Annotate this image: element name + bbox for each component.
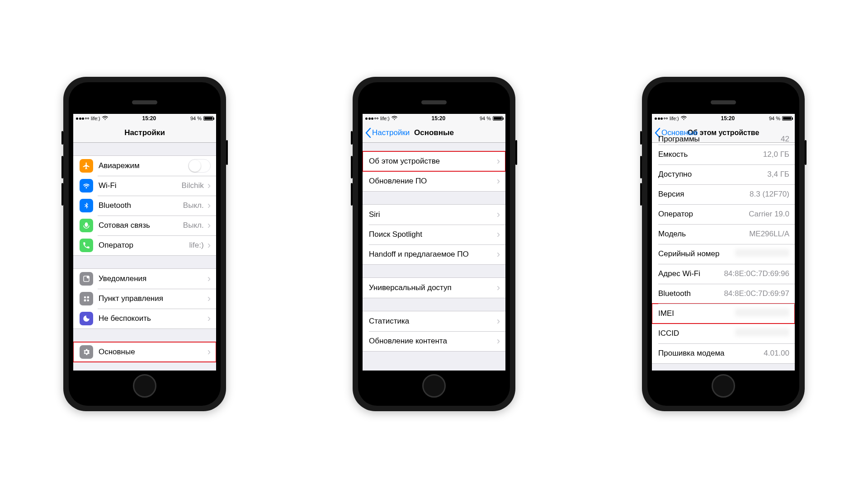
- signal-dots-icon: [76, 117, 89, 120]
- cell-item[interactable]: Поиск Spotlight›: [363, 225, 505, 244]
- cell-label: Серийный номер: [658, 249, 719, 258]
- toggle-switch[interactable]: [188, 159, 211, 173]
- chevron-right-icon: ›: [497, 249, 500, 259]
- cell-label: Доступно: [658, 170, 692, 179]
- carrier-icon: [80, 239, 93, 252]
- home-button[interactable]: [712, 374, 735, 398]
- cell-item[interactable]: Handoff и предлагаемое ПО›: [363, 244, 505, 264]
- group-stats: Статистика›Обновление контента›: [363, 311, 505, 352]
- chevron-right-icon: ›: [497, 316, 500, 326]
- cell-label: Поиск Spotlight: [369, 230, 422, 239]
- chevron-right-icon: ›: [497, 283, 500, 293]
- cell-label: Авиарежим: [99, 161, 140, 170]
- cell-label: Статистика: [369, 317, 409, 326]
- cell-value: ME296LL/A: [749, 230, 789, 239]
- chevron-right-icon: ›: [208, 314, 211, 324]
- cell-value: Carrier 19.0: [749, 210, 789, 219]
- svg-rect-4: [84, 300, 86, 302]
- phone-speaker: [421, 100, 447, 104]
- phone-frame-3: life:) 15:20 94 % Основные Об этом устро…: [642, 77, 805, 411]
- group-siri-spotlight: Siri›Поиск Spotlight›Handoff и предлагае…: [363, 204, 505, 265]
- svg-point-2: [84, 296, 86, 299]
- cell-cell[interactable]: Сотовая связьВыкл.›: [73, 216, 216, 235]
- cell-label: Оператор: [658, 210, 693, 219]
- cell-label: ICCID: [658, 329, 679, 338]
- cell-bt[interactable]: BluetoothВыкл.›: [73, 196, 216, 216]
- home-button[interactable]: [133, 374, 156, 398]
- chevron-right-icon: ›: [208, 274, 211, 284]
- group-connectivity: АвиарежимWi-FiBilchik›BluetoothВыкл.›Сот…: [73, 155, 216, 256]
- cell-label: Обновление контента: [369, 337, 447, 346]
- cell-item[interactable]: Универсальный доступ›: [363, 278, 505, 298]
- cell-item[interactable]: Обновление ПО›: [363, 171, 505, 191]
- wifi-icon: [681, 116, 687, 121]
- status-time: 15:20: [142, 115, 156, 122]
- cell-cc[interactable]: Пункт управления›: [73, 289, 216, 309]
- volume-up: [640, 156, 642, 178]
- cell-item: Доступно3,4 ГБ: [652, 164, 795, 184]
- cell-item: МодельME296LL/A: [652, 224, 795, 244]
- cell-value-redacted: [735, 309, 789, 319]
- chevron-right-icon: ›: [497, 210, 500, 220]
- cell-airplane[interactable]: Авиарежим: [73, 156, 216, 176]
- cell-label: IMEI: [658, 309, 674, 318]
- chevron-right-icon: ›: [208, 221, 211, 230]
- cell-value: 8.3 (12F70): [750, 190, 789, 199]
- cell-label: Универсальный доступ: [369, 283, 452, 292]
- mute-switch: [640, 131, 642, 145]
- phone-frame-2: life:) 15:20 94 % Настройки Основные: [353, 77, 515, 411]
- cell-wifi[interactable]: Wi-FiBilchik›: [73, 176, 216, 196]
- status-bar: life:) 15:20 94 %: [73, 114, 216, 123]
- wifi-icon: [392, 116, 397, 121]
- cell-label: Модель: [658, 230, 686, 239]
- cell-item: Bluetooth84:8E:0C:7D:69:97: [652, 284, 795, 304]
- cell-dnd[interactable]: Не беспокоить›: [73, 309, 216, 328]
- cell-label: Версия: [658, 190, 684, 199]
- group-accessibility: Универсальный доступ›: [363, 277, 505, 298]
- cell-value-redacted: [735, 328, 789, 338]
- screen-settings-root: life:) 15:20 94 % Настройки АвиарежимWi-…: [73, 114, 216, 371]
- cell-label: Пункт управления: [99, 294, 163, 303]
- cell-item: Емкость12,0 ГБ: [652, 145, 795, 164]
- cell-value: 12,0 ГБ: [763, 150, 789, 159]
- cell-item[interactable]: Статистика›: [363, 311, 505, 331]
- svg-point-1: [87, 276, 90, 278]
- cell-item[interactable]: Siri›: [363, 205, 505, 225]
- group-about-list: Программы42Емкость12,0 ГБДоступно3,4 ГБВ…: [652, 134, 795, 364]
- back-button[interactable]: Настройки: [365, 123, 410, 142]
- chevron-right-icon: ›: [497, 336, 500, 346]
- cell-label: Емкость: [658, 150, 688, 159]
- cell-general[interactable]: Основные›: [73, 342, 216, 362]
- cell-item: Прошивка модема4.01.00: [652, 343, 795, 363]
- status-carrier: life:): [380, 116, 390, 121]
- cell-item[interactable]: Об этом устройстве›: [363, 151, 505, 171]
- status-time: 15:20: [432, 115, 446, 122]
- cell-value: 42: [781, 135, 789, 144]
- cell-carrier[interactable]: Операторlife:)›: [73, 235, 216, 255]
- cc-icon: [80, 292, 93, 305]
- cell-label: Обновление ПО: [369, 177, 427, 186]
- wifi-icon: [80, 179, 93, 192]
- svg-rect-3: [87, 296, 90, 299]
- power-button: [515, 140, 517, 165]
- cell-value: 3,4 ГБ: [767, 170, 789, 179]
- chevron-right-icon: ›: [208, 201, 211, 211]
- cell-label: Адрес Wi-Fi: [658, 269, 700, 278]
- status-bar: life:) 15:20 94 %: [652, 114, 795, 123]
- status-time: 15:20: [721, 115, 735, 122]
- cell-value: life:): [189, 241, 204, 250]
- cell-value: Выкл.: [183, 201, 204, 210]
- home-button[interactable]: [422, 374, 446, 398]
- cell-notif[interactable]: Уведомления›: [73, 269, 216, 289]
- status-battery-pct: 94 %: [190, 116, 202, 121]
- bt-icon: [80, 199, 93, 212]
- cell-value: 84:8E:0C:7D:69:96: [724, 269, 789, 278]
- cell-value: Выкл.: [183, 221, 204, 230]
- phone-speaker: [711, 100, 736, 104]
- cell-item[interactable]: Обновление контента›: [363, 331, 505, 351]
- dnd-icon: [80, 312, 93, 325]
- cell-item: Серийный номер: [652, 244, 795, 264]
- chevron-right-icon: ›: [208, 181, 211, 191]
- cell-label: Siri: [369, 210, 380, 219]
- signal-dots-icon: [365, 117, 378, 120]
